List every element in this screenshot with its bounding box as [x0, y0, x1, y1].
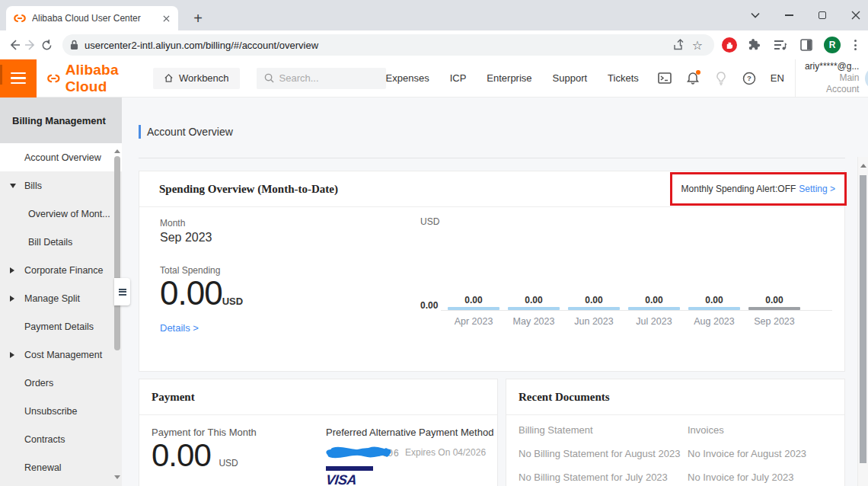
document-item[interactable]: No Billing Statement for July 2023 [519, 472, 680, 483]
browser-tab[interactable]: Alibaba Cloud User Center [6, 6, 178, 30]
hamburger-menu-icon[interactable] [0, 59, 37, 98]
nav-link-enterprise[interactable]: Enterprise [487, 72, 531, 84]
chart-bar[interactable] [628, 307, 680, 310]
chart-x-tick-label: Jun 2023 [568, 316, 620, 327]
chart-bar[interactable] [688, 307, 740, 310]
sidebar-scroll-up-icon[interactable] [114, 148, 120, 154]
page-scrollbar[interactable] [857, 157, 868, 486]
sidebar-scrollbar[interactable] [114, 156, 120, 350]
recent-documents-column-invoices: InvoicesNo Invoice for August 2023No Inv… [688, 424, 806, 483]
sidebar-item-label: Overview of Mont... [28, 209, 110, 219]
workbench-button[interactable]: Workbench [153, 68, 240, 89]
scrollbar-thumb[interactable] [860, 175, 866, 463]
lightbulb-icon[interactable] [713, 71, 729, 86]
chart-value-label: 0.00 [508, 295, 560, 305]
brand-name: Alibaba Cloud [65, 62, 126, 95]
sidebar-item-cost-management[interactable]: Cost Management [0, 341, 122, 369]
recent-documents-card: Recent Documents Billing StatementNo Bil… [506, 379, 845, 486]
sidebar-item-bill-details[interactable]: Bill Details [0, 228, 122, 256]
sidebar-item-orders[interactable]: Orders [0, 369, 122, 397]
payment-month-label: Payment for This Month [152, 427, 257, 438]
recent-documents-body: Billing StatementNo Billing Statement fo… [506, 415, 844, 486]
expand-arrow-icon[interactable] [10, 296, 14, 302]
sidebar-scroll-down-icon[interactable] [114, 474, 120, 480]
document-column-label: Billing Statement [519, 424, 680, 436]
document-item[interactable]: No Invoice for August 2023 [688, 448, 806, 459]
sidebar-item-contracts[interactable]: Contracts [0, 425, 122, 453]
chart-bar[interactable] [748, 307, 800, 310]
search-input[interactable] [279, 72, 378, 84]
help-icon[interactable]: ? [742, 71, 757, 86]
adblock-icon[interactable] [722, 37, 737, 53]
notification-bell-icon[interactable] [685, 71, 700, 86]
reload-icon[interactable] [40, 34, 53, 56]
sidebar-title: Billing Management [0, 98, 122, 143]
chart-x-tick-label: Sep 2023 [748, 316, 800, 327]
nav-link-icp[interactable]: ICP [450, 72, 467, 84]
tab-search-chevron-icon[interactable] [749, 9, 761, 21]
sidebar-item-payment-details[interactable]: Payment Details [0, 312, 122, 341]
new-tab-button[interactable]: + [187, 8, 209, 29]
sidebar-item-manage-split[interactable]: Manage Split [0, 284, 122, 312]
account-email: ariy*****@g... [805, 61, 860, 72]
side-panel-icon[interactable] [798, 37, 815, 53]
extensions-puzzle-icon[interactable] [746, 37, 763, 53]
nav-link-support[interactable]: Support [553, 72, 588, 84]
monthly-spending-alert-label: Monthly Spending Alert:OFF [681, 184, 796, 194]
month-value: Sep 2023 [160, 231, 243, 245]
account-info[interactable]: ariy*****@g... Main Account [805, 61, 860, 95]
back-icon[interactable] [8, 34, 21, 56]
sidebar-item-overview-of-mont[interactable]: Overview of Mont... [0, 200, 122, 228]
chart-bar[interactable] [508, 307, 560, 310]
sidebar-collapse-handle[interactable] [114, 278, 130, 305]
sidebar-item-corporate-finance[interactable]: Corporate Finance [0, 256, 122, 284]
menu-kebab-icon[interactable] [850, 40, 862, 50]
title-accent-bar [139, 125, 141, 139]
sidebar-item-account-overview[interactable]: Account Overview [0, 143, 122, 171]
address-bar[interactable]: usercenter2-intl.aliyun.com/billing/#/ac… [62, 34, 714, 56]
maximize-icon[interactable] [816, 9, 828, 21]
total-spending-value: 0.00USD [160, 276, 243, 319]
payment-card: Payment Payment for This Month 0.00 USD … [139, 379, 498, 486]
alert-setting-link[interactable]: Setting > [799, 184, 835, 194]
minimize-icon[interactable] [783, 9, 795, 21]
chart-x-tick-label: Aug 2023 [688, 316, 740, 327]
browser-profile-avatar[interactable]: R [824, 37, 841, 53]
sidebar-item-label: Payment Details [24, 321, 94, 332]
alibaba-cloud-logo[interactable]: Alibaba Cloud [47, 62, 126, 95]
header-search[interactable] [257, 68, 386, 89]
expand-arrow-icon[interactable] [10, 352, 14, 358]
sidebar-item-renewal[interactable]: Renewal [0, 453, 122, 481]
media-list-icon[interactable] [772, 37, 789, 53]
document-item[interactable]: No Billing Statement for August 2023 [519, 448, 680, 459]
forward-icon[interactable] [24, 34, 37, 56]
bookmark-star-icon[interactable]: ☆ [688, 36, 707, 54]
tab-close-icon[interactable] [160, 12, 172, 24]
console-icon[interactable] [657, 71, 672, 86]
collapse-arrow-icon[interactable] [10, 184, 16, 188]
scroll-up-icon[interactable] [858, 160, 868, 171]
nav-link-expenses[interactable]: Expenses [386, 72, 429, 84]
document-item[interactable]: No Invoice for July 2023 [688, 472, 806, 483]
chart-bar[interactable] [568, 307, 620, 310]
main-content: Account Overview Spending Overview (Mont… [122, 98, 868, 486]
browser-tab-bar: Alibaba Cloud User Center + [0, 0, 868, 30]
sidebar-item-bills[interactable]: Bills [0, 171, 122, 200]
payment-amount: 0.00 USD [152, 440, 257, 478]
chart-bar[interactable] [448, 307, 499, 310]
visa-logo: VISA [326, 466, 373, 486]
close-icon[interactable] [850, 9, 862, 21]
share-icon[interactable] [670, 36, 688, 54]
chart-x-tick-label: Apr 2023 [448, 316, 499, 327]
recent-documents-header: Recent Documents [506, 379, 844, 415]
language-selector[interactable]: EN [771, 72, 784, 84]
nav-link-tickets[interactable]: Tickets [608, 72, 639, 84]
account-avatar[interactable] [865, 67, 868, 90]
expand-arrow-icon[interactable] [10, 267, 14, 273]
card-expiry: Expires On 04/2026 [405, 447, 486, 458]
alibaba-cloud-favicon [14, 14, 26, 23]
sidebar-item-label: Bill Details [28, 237, 72, 248]
sidebar-item-unsubscribe[interactable]: Unsubscribe [0, 397, 122, 425]
details-link[interactable]: Details > [160, 322, 243, 334]
spending-card-header: Spending Overview (Month-to-Date) Monthl… [139, 171, 844, 207]
